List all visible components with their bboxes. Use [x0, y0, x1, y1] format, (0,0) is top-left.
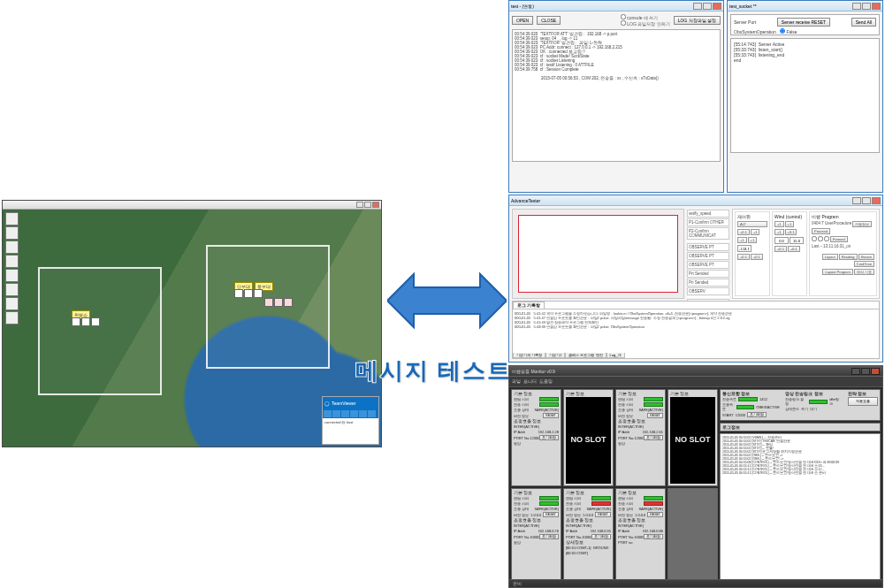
- adv-min-btn[interactable]: [852, 197, 861, 204]
- fld-btn-3[interactable]: +1: [774, 229, 784, 235]
- mon-close-btn[interactable]: [871, 368, 880, 375]
- server-reset-button[interactable]: Server receive RESET: [777, 18, 830, 27]
- server-send-all-button[interactable]: Send All: [851, 18, 876, 27]
- mon-min-btn[interactable]: [851, 368, 860, 375]
- selection-a[interactable]: [38, 267, 162, 395]
- ctl-field-0[interactable]: [737, 245, 751, 252]
- selection-b[interactable]: [206, 245, 330, 369]
- unit-icon-7[interactable]: [264, 298, 273, 307]
- fld-field-2[interactable]: [790, 237, 804, 244]
- fld-btn-1[interactable]: +1: [774, 221, 784, 227]
- log-min-btn[interactable]: [693, 3, 702, 10]
- slot7-refresh-btn[interactable]: 초기화함: [644, 534, 663, 539]
- ctl-btn-1[interactable]: +1: [751, 229, 760, 235]
- slot5-refresh-btn[interactable]: 초기화함: [539, 534, 559, 539]
- log-area[interactable]: 00:54:39.020 'TEXTFOR ATT' 발견됨 : 192.168…: [512, 29, 721, 162]
- rt-goto-btn[interactable]: 적용 표출: [848, 397, 878, 406]
- slot1-refresh-btn[interactable]: 초기화함: [539, 435, 559, 440]
- slot6-reset-btn[interactable]: RESET: [595, 512, 611, 517]
- map-tool-8[interactable]: [5, 311, 19, 325]
- maximize-button[interactable]: [364, 202, 371, 208]
- unit-icon-4[interactable]: [234, 289, 243, 298]
- unit-icon-2[interactable]: [81, 317, 90, 326]
- fld-btn-5[interactable]: +0.1: [774, 246, 787, 252]
- close-button[interactable]: CLOSE: [537, 16, 561, 25]
- right-chk1[interactable]: [812, 236, 817, 241]
- adv-canvas[interactable]: [518, 215, 678, 293]
- subtab-0[interactable]: 기본기계 기록창: [513, 353, 545, 358]
- ctl-btn-0[interactable]: +0.1: [737, 229, 750, 235]
- tv-btn-3[interactable]: [341, 410, 349, 417]
- adv-log-pane[interactable]: 000-01-05 5:41:42 계약 프로그램을 수정하셨습니다. 파일명 …: [513, 309, 879, 353]
- menu-help[interactable]: 도움말: [539, 379, 553, 384]
- bbtn-2[interactable]: Station: [858, 254, 874, 260]
- fld-btn-2[interactable]: +1: [785, 221, 795, 227]
- unit-icon-5[interactable]: [244, 289, 253, 298]
- right-chk2[interactable]: [818, 236, 823, 241]
- map-tool-5[interactable]: [5, 269, 19, 282]
- map-tool-7[interactable]: [5, 297, 19, 310]
- bbtn2-0[interactable]: Layout Program: [822, 269, 852, 275]
- tv-btn-6[interactable]: [368, 410, 376, 417]
- bbtn-1[interactable]: Reading: [839, 254, 858, 260]
- chk-console[interactable]: [621, 14, 626, 19]
- subtab-3[interactable]: Log_#1: [607, 353, 625, 358]
- unit-icon-8[interactable]: [274, 298, 283, 307]
- minimize-button[interactable]: [356, 202, 363, 208]
- obs-false-radio[interactable]: [780, 28, 785, 34]
- slot3-reset-btn[interactable]: RESET: [647, 413, 663, 418]
- rt-refresh-btn[interactable]: 초기화함: [747, 412, 767, 417]
- slot7-reset-btn[interactable]: RESET: [647, 512, 663, 517]
- slot6-refresh-btn[interactable]: 초기화함: [591, 534, 611, 539]
- srv-close-btn[interactable]: [872, 3, 881, 10]
- bbtn2-1[interactable]: 꺾쇠 기호: [854, 269, 874, 275]
- teamviewer-panel[interactable]: ◯ TeamViewer connected @ host: [322, 396, 379, 445]
- slot3-refresh-btn[interactable]: 초기화함: [644, 435, 663, 440]
- map-tool-1[interactable]: [5, 212, 19, 225]
- tv-btn-2[interactable]: [332, 410, 340, 417]
- adv-close-btn[interactable]: [872, 197, 881, 204]
- fld-field-1[interactable]: [774, 237, 789, 244]
- slot1-reset-btn[interactable]: RESET: [543, 413, 559, 418]
- open-button[interactable]: OPEN: [512, 16, 533, 25]
- ctl-btn-3[interactable]: +1: [748, 237, 758, 243]
- log-path-set-btn[interactable]: LOG 저장파일 설정: [674, 16, 721, 25]
- ctl-btn-4[interactable]: +0.1: [737, 254, 750, 260]
- fld-btn-6[interactable]: +0.1: [788, 246, 800, 252]
- unit-icon-3[interactable]: [91, 317, 100, 326]
- adv-max-btn[interactable]: [862, 197, 871, 204]
- menu-file[interactable]: 파일: [512, 379, 521, 384]
- chk-logfile[interactable]: [621, 20, 626, 26]
- mon-max-btn[interactable]: [861, 368, 870, 375]
- srv-min-btn[interactable]: [852, 3, 861, 10]
- srv-max-btn[interactable]: [862, 3, 871, 10]
- ctl-btn-2[interactable]: +1: [737, 237, 747, 243]
- alt-btn[interactable]: ALT: [737, 221, 767, 227]
- map-tool-2[interactable]: [5, 226, 19, 240]
- proceed-btn[interactable]: Proceed: [812, 228, 830, 234]
- tv-btn-5[interactable]: [359, 410, 367, 417]
- close-button[interactable]: [372, 202, 379, 208]
- tv-btn-4[interactable]: [350, 410, 358, 417]
- log-max-btn[interactable]: [703, 3, 712, 10]
- subtab-2[interactable]: 클래스 프로그램 엔진: [565, 353, 606, 358]
- unit-icon-6[interactable]: [254, 289, 263, 298]
- tv-btn-1[interactable]: [324, 410, 332, 417]
- bbtn-0[interactable]: Layout: [822, 254, 838, 260]
- bbtn-3[interactable]: CmdTime: [854, 261, 874, 267]
- map-tool-3[interactable]: [5, 241, 19, 254]
- ctl-btn-5[interactable]: +0.1: [751, 254, 763, 260]
- server-log[interactable]: [55:14:743] Server Active [55:33:743] li…: [730, 38, 880, 153]
- subtab-1[interactable]: 기본기2: [545, 353, 565, 358]
- right-chk3[interactable]: [824, 236, 829, 241]
- save-geo-btn[interactable]: 지형정보: [852, 221, 872, 227]
- slot5-reset-btn[interactable]: RESET: [543, 512, 559, 517]
- map-tool-6[interactable]: [5, 283, 19, 296]
- fld-btn-4[interactable]: +0.1: [785, 229, 797, 235]
- formed-btn[interactable]: Formed: [830, 236, 848, 242]
- log-close-btn[interactable]: [713, 3, 721, 10]
- map-tool-4[interactable]: [5, 255, 19, 268]
- unit-icon-9[interactable]: [284, 298, 293, 307]
- tab-log[interactable]: 로그 기록창: [513, 302, 545, 309]
- menu-monitor[interactable]: 모니터: [523, 379, 537, 384]
